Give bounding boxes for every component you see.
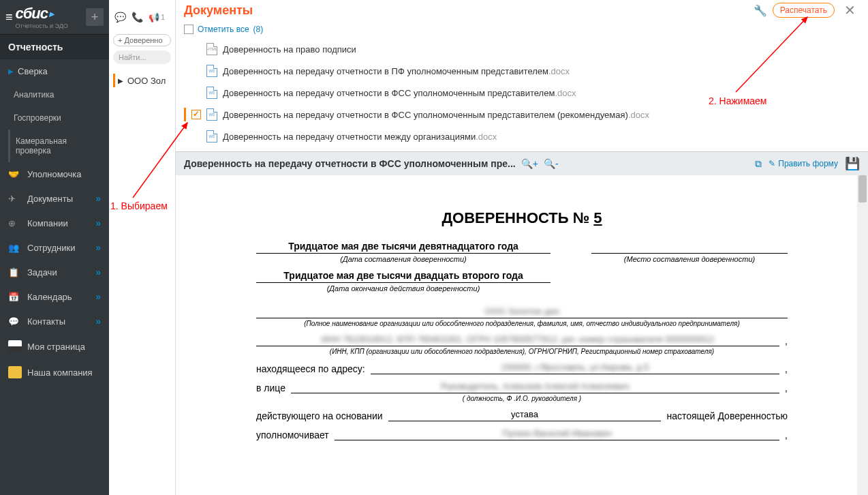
nav-companies[interactable]: ⊕ Компании » — [0, 211, 109, 235]
clipboard-icon: 📋 — [8, 267, 22, 278]
codes-line: ИНН 7610010012, КПП 760401001, ОГРН 1057… — [256, 334, 779, 346]
select-all-label[interactable]: Отметить все — [198, 25, 249, 34]
date-start: Тридцатое мая две тысячи девятнадцатого … — [256, 241, 551, 254]
nav-label: Сверка — [18, 66, 48, 76]
word-icon: W≡ — [206, 108, 217, 121]
nav-mypage[interactable]: Моя страница — [0, 333, 109, 359]
zoom-out-icon[interactable]: 🔍- — [544, 158, 559, 169]
nav-contacts[interactable]: 💬 Контакты » — [0, 309, 109, 333]
close-button[interactable]: ✕ — [840, 2, 860, 18]
notification-badge[interactable]: 📢1 — [149, 12, 165, 22]
logo-subtitle: Отчетность и ЭДО — [16, 22, 86, 29]
add-proxy-button[interactable]: + Доверенно — [113, 34, 171, 46]
sidebar: ≡ сбис▸ Отчетность и ЭДО + Отчетность ▶ … — [0, 0, 109, 495]
nav-kameral[interactable]: Камеральная проверка — [8, 130, 109, 162]
doc-name: Доверенность на передачу отчетности межд… — [223, 132, 497, 142]
main-panel: Документы 🔧 Распечатать ✕ Отметить все (… — [176, 0, 868, 495]
doc-name: Доверенность на передачу отчетности в ФС… — [223, 110, 649, 120]
codes-caption: (ИНН, КПП (организации или обособленного… — [256, 348, 788, 355]
nav-label: Документы — [27, 194, 73, 204]
menu-icon[interactable]: ≡ — [5, 10, 13, 25]
date-end: Тридцатое мая две тысячи двадцать второг… — [256, 270, 551, 283]
strip-header: 💬 📞 📢1 — [109, 0, 175, 34]
expand-icon: » — [95, 267, 101, 278]
print-button[interactable]: Распечатать — [773, 3, 835, 18]
globe-icon: ⊕ — [8, 218, 22, 228]
doc-list: HTML Доверенность на право подписи W≡ До… — [176, 38, 868, 147]
date-start-caption: (Дата составления доверенности) — [256, 255, 551, 263]
doc-item[interactable]: W≡ Доверенность на передачу отчетности м… — [184, 125, 860, 147]
avatar-icon — [8, 340, 22, 352]
nav-gosproverki[interactable]: Госпроверки — [0, 106, 109, 130]
logo[interactable]: сбис▸ Отчетность и ЭДО — [16, 5, 86, 29]
nav-label: Уполномочка — [27, 169, 82, 179]
search-input[interactable]: Найти... — [113, 50, 171, 64]
people-icon: 👥 — [8, 243, 22, 253]
nav-label: Госпроверки — [14, 113, 61, 123]
nav-employees[interactable]: 👥 Сотрудники » — [0, 235, 109, 260]
auth-line: Пупкин Василий Иванович — [335, 428, 779, 440]
expand-icon: » — [95, 217, 101, 228]
preview-body[interactable]: ДОВЕРЕННОСТЬ № 5 Тридцатое мая две тысяч… — [176, 175, 868, 495]
word-icon: W≡ — [206, 87, 217, 99]
place-caption: (Место составления доверенности) — [591, 255, 788, 263]
select-count: (8) — [253, 25, 264, 34]
select-all-checkbox[interactable] — [184, 25, 193, 34]
company-icon — [8, 366, 22, 378]
sidebar-header: ≡ сбис▸ Отчетность и ЭДО + — [0, 0, 109, 34]
active-bar — [113, 74, 115, 87]
chat-icon: 💬 — [8, 316, 22, 327]
nav-calendar[interactable]: 📅 Календарь » — [0, 284, 109, 309]
org-caption: (Полное наименование организации или обо… — [256, 320, 788, 327]
send-icon: ✈ — [8, 194, 22, 204]
date-end-caption: (Дата окончания действия доверенности) — [256, 284, 551, 292]
nav-documents[interactable]: ✈ Документы » — [0, 186, 109, 211]
doc-name: Доверенность на передачу отчетности в ФС… — [223, 88, 576, 98]
doc-item[interactable]: W≡ Доверенность на передачу отчетности в… — [184, 82, 860, 104]
popout-icon[interactable]: ⧉ — [755, 158, 762, 170]
expand-triangle-icon: ▶ — [118, 77, 123, 85]
nav-label: Сотрудники — [27, 243, 75, 253]
doc-checkbox[interactable] — [191, 110, 201, 119]
nav-tasks[interactable]: 📋 Задачи » — [0, 260, 109, 284]
scrollbar[interactable] — [857, 175, 868, 495]
place-line — [591, 241, 788, 254]
logo-text: сбис — [16, 5, 48, 22]
add-tile-button[interactable]: + — [86, 8, 104, 26]
phone-icon[interactable]: 📞 — [131, 12, 143, 22]
doc-item[interactable]: W≡ Доверенность на передачу отчетности в… — [184, 60, 860, 82]
nav-label: Календарь — [27, 292, 72, 302]
doc-item[interactable]: W≡ Доверенность на передачу отчетности в… — [184, 104, 860, 125]
nav-upolnomochka[interactable]: 🤝 Уполномочка — [0, 162, 109, 186]
nav-label: Наша компания — [27, 368, 93, 378]
save-icon[interactable]: 💾 — [845, 156, 860, 171]
nav-analytics[interactable]: Аналитика — [0, 83, 109, 106]
nav-label: Контакты — [27, 316, 65, 327]
doc-name: Доверенность на право подписи — [223, 44, 356, 55]
preview-header: Доверенность на передачу отчетности в ФС… — [176, 151, 868, 175]
nav-label: Аналитика — [14, 90, 54, 100]
content-strip: 💬 📞 📢1 + Доверенно Найти... ▶ ООО Зол — [109, 0, 176, 495]
edit-form-link[interactable]: ✎ Править форму — [769, 159, 838, 168]
address-label: находящееся по адресу: — [256, 363, 365, 374]
expand-icon: » — [95, 242, 101, 253]
section-title[interactable]: Отчетность — [0, 34, 109, 59]
nav-sverka[interactable]: ▶ Сверка — [0, 59, 109, 83]
basis-label: действующего на основании — [256, 410, 383, 421]
org-name: ООО Зол — [127, 76, 166, 86]
basis-suffix: настоящей Доверенностью — [666, 410, 788, 421]
nav-label: Моя страница — [27, 342, 85, 352]
scrollbar-thumb[interactable] — [858, 175, 867, 202]
html-icon: HTML — [206, 43, 217, 55]
word-icon: W≡ — [206, 65, 217, 77]
nav-ourcompany[interactable]: Наша компания — [0, 359, 109, 385]
preview-title: Доверенность на передачу отчетности в ФС… — [184, 158, 516, 169]
wrench-icon[interactable]: 🔧 — [754, 4, 767, 17]
doc-item[interactable]: HTML Доверенность на право подписи — [184, 38, 860, 60]
person-caption: ( должность, Ф .И.О. руководителя ) — [256, 395, 788, 402]
org-row[interactable]: ▶ ООО Зол — [109, 68, 175, 93]
chat-small-icon[interactable]: 💬 — [114, 12, 126, 22]
zoom-in-icon[interactable]: 🔍+ — [521, 158, 538, 169]
main-header: Документы 🔧 Распечатать ✕ — [176, 0, 868, 20]
handshake-icon: 🤝 — [8, 169, 22, 179]
